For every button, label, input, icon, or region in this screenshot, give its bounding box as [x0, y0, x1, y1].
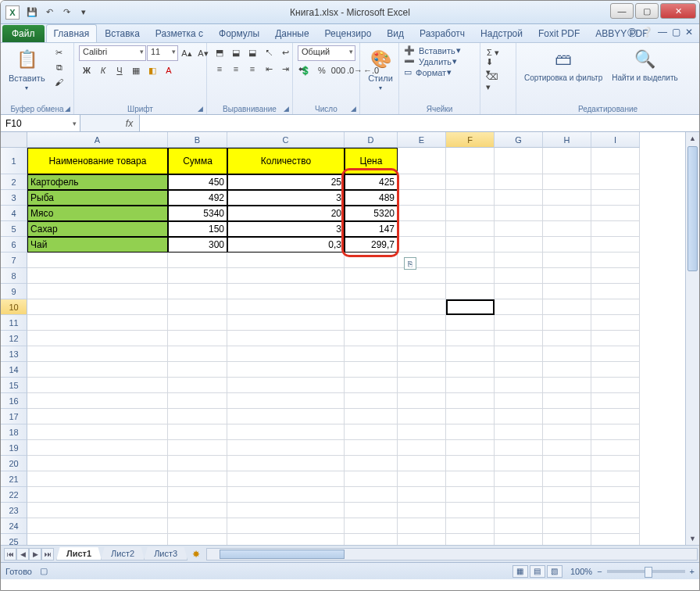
row-header-4[interactable]: 4 [1, 206, 27, 221]
cell-I10[interactable] [591, 299, 640, 315]
format-cells-button[interactable]: ▭ Формат ▾ [404, 67, 452, 77]
row-header-18[interactable]: 18 [1, 424, 27, 440]
cell-F23[interactable] [446, 503, 495, 518]
cell-G1[interactable] [495, 148, 543, 174]
number-format-combo[interactable]: Общий [298, 45, 355, 61]
find-select-button[interactable]: 🔍 Найти и выделить [609, 45, 680, 84]
cell-D12[interactable] [345, 331, 398, 346]
worksheet[interactable]: ABCDEFGHI 123456789101112131415161718192… [1, 132, 699, 545]
horizontal-scrollbar[interactable] [206, 548, 698, 561]
cell-G5[interactable] [495, 221, 543, 237]
cell-C2[interactable]: 25 [227, 174, 345, 190]
cell-E21[interactable] [398, 471, 446, 487]
cell-B23[interactable] [168, 503, 227, 518]
cell-H24[interactable] [543, 518, 591, 534]
row-header-23[interactable]: 23 [1, 503, 27, 518]
cell-C24[interactable] [227, 518, 345, 534]
cell-H22[interactable] [543, 487, 591, 503]
cell-C20[interactable] [227, 456, 345, 471]
cell-A3[interactable]: Рыба [27, 190, 168, 206]
sort-filter-button[interactable]: 🗃 Сортировка и фильтр [521, 45, 605, 84]
cell-B13[interactable] [168, 346, 227, 362]
col-header-I[interactable]: I [591, 132, 640, 148]
row-header-9[interactable]: 9 [1, 284, 27, 299]
fill-color-button[interactable]: ◧ [145, 63, 160, 77]
cell-F17[interactable] [446, 409, 495, 424]
cell-C21[interactable] [227, 471, 345, 487]
cell-A11[interactable] [27, 315, 168, 331]
cell-C10[interactable] [227, 299, 345, 315]
format-painter-button[interactable]: 🖌 [52, 75, 67, 89]
col-header-G[interactable]: G [495, 132, 543, 148]
cell-H1[interactable] [543, 148, 591, 174]
save-button[interactable]: 💾 [24, 5, 40, 20]
cell-F12[interactable] [446, 331, 495, 346]
row-header-1[interactable]: 1 [1, 148, 27, 174]
minimize-button[interactable]: — [610, 3, 634, 19]
accounting-button[interactable]: 💲 [298, 63, 313, 77]
align-left-button[interactable]: ≡ [212, 62, 227, 76]
cell-H18[interactable] [543, 424, 591, 440]
row-header-15[interactable]: 15 [1, 378, 27, 393]
row-header-10[interactable]: 10 [1, 299, 27, 315]
delete-cells-button[interactable]: ➖ Удалить ▾ [404, 56, 457, 66]
cell-F25[interactable] [446, 534, 495, 545]
cell-G13[interactable] [495, 346, 543, 362]
cell-B8[interactable] [168, 268, 227, 284]
zoom-in-button[interactable]: + [690, 567, 695, 576]
clear-button[interactable]: ⌫ ▾ [485, 75, 501, 89]
cell-F11[interactable] [446, 315, 495, 331]
cell-E16[interactable] [398, 393, 446, 409]
zoom-slider[interactable] [607, 570, 685, 573]
cell-E15[interactable] [398, 378, 446, 393]
row-header-8[interactable]: 8 [1, 268, 27, 284]
cell-F20[interactable] [446, 456, 495, 471]
cell-H20[interactable] [543, 456, 591, 471]
cell-H5[interactable] [543, 221, 591, 237]
cell-A5[interactable]: Сахар [27, 221, 168, 237]
cell-B10[interactable] [168, 299, 227, 315]
cell-E9[interactable] [398, 284, 446, 299]
file-tab[interactable]: Файл [2, 25, 45, 42]
cell-F9[interactable] [446, 284, 495, 299]
cell-B5[interactable]: 150 [168, 221, 227, 237]
tab-nav-last[interactable]: ⏭ [41, 548, 54, 561]
cell-C4[interactable]: 20 [227, 206, 345, 221]
cell-G24[interactable] [495, 518, 543, 534]
cell-I4[interactable] [591, 206, 640, 221]
cell-D18[interactable] [345, 424, 398, 440]
orientation-button[interactable]: ⭦ [261, 45, 277, 59]
cell-G22[interactable] [495, 487, 543, 503]
cell-H12[interactable] [543, 331, 591, 346]
cell-F13[interactable] [446, 346, 495, 362]
cell-C3[interactable]: 3 [227, 190, 345, 206]
cell-E4[interactable] [398, 206, 446, 221]
decrease-indent-button[interactable]: ⇤ [261, 62, 277, 76]
sheet-tab-0[interactable]: Лист1 [56, 547, 102, 561]
page-break-view-button[interactable]: ▧ [547, 565, 562, 578]
formula-input[interactable] [140, 115, 699, 131]
close-button[interactable]: ✕ [660, 3, 696, 19]
qat-more[interactable]: ▾ [76, 5, 91, 20]
cell-B19[interactable] [168, 440, 227, 456]
normal-view-button[interactable]: ▦ [512, 565, 528, 578]
align-top-button[interactable]: ⬒ [212, 45, 227, 59]
cell-C8[interactable] [227, 268, 345, 284]
cell-D4[interactable]: 5320 [345, 206, 398, 221]
cell-I2[interactable] [591, 174, 640, 190]
cell-I13[interactable] [591, 346, 640, 362]
cell-H3[interactable] [543, 190, 591, 206]
cell-I15[interactable] [591, 378, 640, 393]
cell-E17[interactable] [398, 409, 446, 424]
cell-B21[interactable] [168, 471, 227, 487]
cell-D23[interactable] [345, 503, 398, 518]
cell-F16[interactable] [446, 393, 495, 409]
cell-H17[interactable] [543, 409, 591, 424]
cell-A1[interactable]: Наименование товара [27, 148, 168, 174]
row-header-24[interactable]: 24 [1, 518, 27, 534]
cell-I12[interactable] [591, 331, 640, 346]
cell-F19[interactable] [446, 440, 495, 456]
cell-C16[interactable] [227, 393, 345, 409]
cell-D6[interactable]: 299,7 [345, 237, 398, 253]
cell-I20[interactable] [591, 456, 640, 471]
